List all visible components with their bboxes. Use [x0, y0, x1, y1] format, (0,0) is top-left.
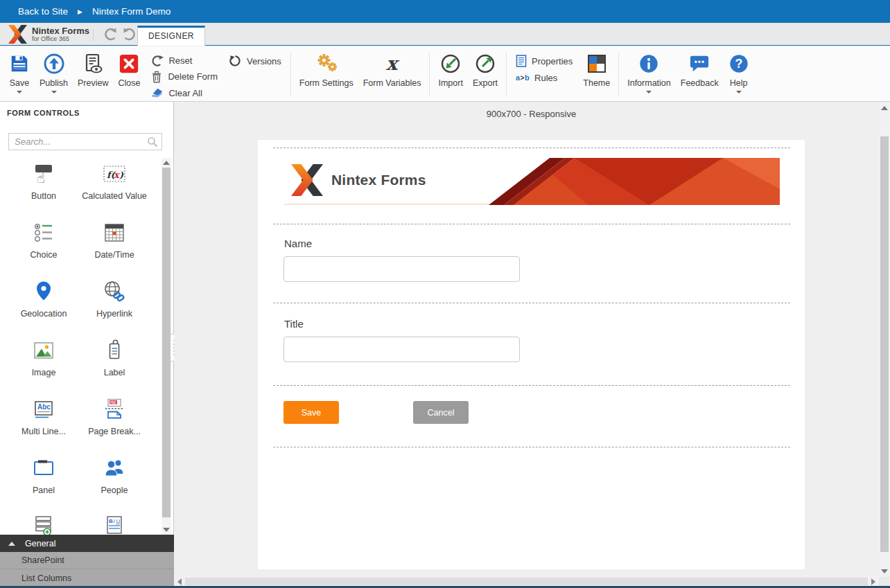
nintex-x-icon — [291, 164, 323, 196]
information-button[interactable]: Information — [624, 48, 674, 101]
label-icon — [103, 339, 126, 362]
control-multi-line[interactable]: Abc Multi Line... — [8, 393, 79, 452]
people-icon — [103, 456, 126, 480]
feedback-button[interactable]: Feedback — [677, 48, 722, 101]
form-controls-scrollbar[interactable] — [162, 158, 171, 535]
geolocation-icon — [32, 280, 55, 303]
rules-button[interactable]: a > b Rules — [513, 69, 575, 86]
form-cancel-button[interactable]: Cancel — [413, 401, 469, 424]
export-button[interactable]: Export — [469, 48, 501, 101]
search-icon — [147, 136, 158, 148]
svg-text:b: b — [525, 73, 530, 82]
form-banner-image[interactable]: Nintex Forms — [284, 158, 780, 205]
tab-designer[interactable]: DESIGNER — [137, 26, 205, 46]
control-panel[interactable]: Panel — [8, 452, 79, 511]
scroll-up-arrow[interactable] — [881, 106, 888, 110]
scrollbar-corner — [879, 577, 890, 586]
help-button[interactable]: ? Help — [725, 48, 753, 101]
control-rich-text[interactable]: B I U — [79, 511, 150, 535]
undo-icon — [103, 27, 119, 42]
ribbon-separator — [429, 53, 430, 97]
section-list-columns[interactable]: List Columns — [0, 569, 174, 587]
control-label[interactable]: Label — [79, 335, 150, 393]
main-area: FORM CONTROLS ☝ Button — [0, 102, 890, 586]
repeating-section-icon — [32, 515, 55, 535]
scrollbar-thumb[interactable] — [162, 168, 171, 517]
form-save-button[interactable]: Save — [283, 401, 339, 424]
properties-button[interactable]: Properties — [513, 53, 575, 69]
section-general[interactable]: General — [0, 535, 174, 552]
close-button[interactable]: Close — [114, 48, 143, 101]
form-controls-title: FORM CONTROLS — [7, 109, 80, 117]
control-image[interactable]: Image — [8, 335, 79, 393]
save-button[interactable]: Save — [6, 48, 33, 101]
scroll-left-arrow[interactable] — [177, 578, 182, 585]
control-choice[interactable]: Choice — [8, 217, 79, 276]
section-sharepoint[interactable]: SharePoint — [0, 552, 174, 569]
svg-text:): ) — [119, 170, 124, 180]
control-calculated-value[interactable]: f( x ) Calculated Value — [79, 158, 150, 217]
scrollbar-thumb[interactable] — [880, 136, 889, 552]
svg-text:B: B — [109, 518, 113, 524]
control-geolocation[interactable]: Geolocation — [8, 276, 79, 335]
scroll-down-arrow[interactable] — [163, 528, 170, 532]
scrollbar-thumb[interactable] — [185, 578, 868, 585]
svg-text:>: > — [521, 74, 525, 82]
app-logo-subtitle: for Office 365 — [32, 35, 89, 42]
scroll-down-arrow[interactable] — [881, 569, 888, 573]
page-break-icon: PDF — [103, 398, 126, 421]
calculated-value-icon: f( x ) — [103, 162, 126, 186]
ribbon-separator — [290, 53, 291, 97]
form-settings-button[interactable]: Form Settings — [296, 48, 357, 101]
breadcrumb-title: Nintex Form Demo — [92, 6, 171, 17]
breadcrumb-arrow-icon: ▶ — [78, 8, 82, 15]
button-icon: ☝ — [32, 162, 55, 186]
theme-button[interactable]: Theme — [579, 48, 613, 101]
redo-button[interactable] — [121, 27, 137, 42]
control-hyperlink[interactable]: Hyperlink — [79, 276, 150, 335]
svg-text:Abc: Abc — [37, 403, 51, 411]
control-repeating-section[interactable] — [8, 511, 79, 535]
design-canvas: 900x700 - Responsive — [174, 102, 890, 586]
properties-icon — [516, 55, 527, 67]
control-datetime[interactable]: Date/Time — [79, 217, 150, 276]
svg-text:☝: ☝ — [37, 170, 45, 186]
control-button[interactable]: ☝ Button — [8, 158, 79, 217]
ribbon-toolbar: Save Publish P — [0, 46, 890, 102]
banner-brand-text: Nintex Forms — [331, 172, 426, 188]
form-variables-button[interactable]: x Form Variables — [360, 48, 425, 101]
app-logo-title: Nintex Forms — [32, 26, 89, 35]
name-input[interactable] — [283, 256, 520, 282]
clear-all-button[interactable]: Clear All — [148, 85, 220, 101]
search-box — [8, 133, 162, 150]
title-input[interactable] — [283, 337, 520, 362]
undo-button[interactable] — [103, 27, 119, 42]
form-row-divider — [273, 224, 790, 224]
versions-button[interactable]: Versions — [226, 53, 284, 69]
preview-button[interactable]: Preview — [74, 48, 112, 101]
canvas-vertical-scrollbar[interactable] — [879, 102, 890, 577]
export-icon — [474, 51, 496, 76]
delete-form-button[interactable]: Delete Form — [148, 69, 220, 84]
form-controls-grid: ☝ Button f( x ) Calculated Value — [8, 158, 159, 535]
theme-icon — [587, 51, 607, 76]
ribbon-separator — [618, 53, 619, 97]
dropdown-caret-icon — [646, 91, 652, 93]
back-to-site-link[interactable]: Back to Site — [18, 6, 68, 17]
search-input[interactable] — [9, 134, 162, 150]
variable-x-icon: x — [381, 51, 403, 76]
dropdown-caret-icon — [736, 91, 742, 93]
trash-icon — [150, 71, 163, 83]
form-row-divider — [273, 303, 790, 303]
control-people[interactable]: People — [79, 452, 150, 511]
reset-button[interactable]: Reset — [148, 53, 220, 69]
scroll-up-arrow[interactable] — [163, 161, 170, 165]
import-button[interactable]: Import — [435, 48, 466, 101]
control-page-break[interactable]: PDF Page Break... — [79, 393, 150, 452]
publish-button[interactable]: Publish — [36, 48, 71, 101]
canvas-horizontal-scrollbar[interactable] — [174, 577, 879, 586]
import-icon — [439, 51, 462, 76]
reset-icon — [150, 55, 164, 67]
scroll-right-arrow[interactable] — [871, 578, 875, 585]
suite-bar: Back to Site ▶ Nintex Form Demo — [0, 0, 890, 23]
